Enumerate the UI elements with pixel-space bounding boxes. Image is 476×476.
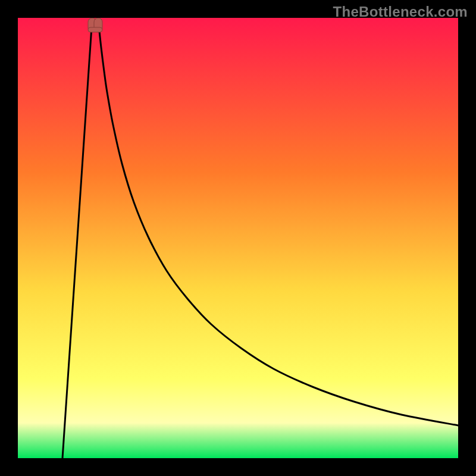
marker-valley-connector — [88, 27, 102, 32]
valley-markers — [88, 18, 102, 32]
plot-area — [18, 18, 458, 458]
outer-frame: TheBottleneck.com — [0, 0, 476, 476]
chart-canvas — [18, 18, 458, 458]
watermark-text: TheBottleneck.com — [333, 4, 468, 20]
gradient-background — [18, 18, 458, 458]
